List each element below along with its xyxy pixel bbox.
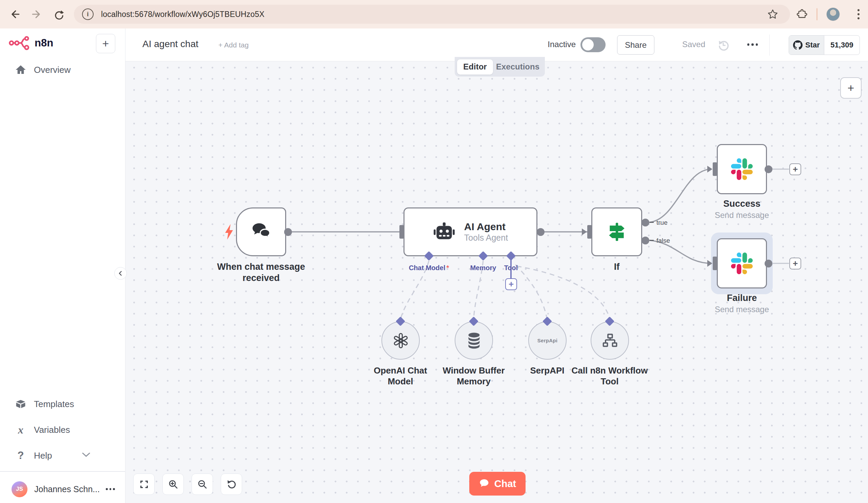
active-status-label: Inactive xyxy=(548,40,576,49)
success-output-port[interactable] xyxy=(765,165,772,173)
failure-input-port[interactable] xyxy=(713,256,717,270)
sidebar-item-label: Overview xyxy=(34,65,71,75)
reset-zoom-button[interactable] xyxy=(221,473,242,495)
browser-profile-avatar[interactable] xyxy=(826,8,840,21)
node-subtitle: Send message xyxy=(708,210,776,220)
node-label: Success xyxy=(708,198,776,209)
sub-node-label: Window Buffer Memory xyxy=(435,365,513,387)
header-divider xyxy=(769,34,770,55)
zoom-in-button[interactable] xyxy=(163,473,184,495)
chrome-menu-icon[interactable] xyxy=(852,8,865,21)
sub-node-label: Call n8n Workflow Tool xyxy=(571,365,649,387)
port-label-tool: Tool xyxy=(470,264,552,272)
node-label: If xyxy=(583,261,651,273)
user-avatar: JS xyxy=(11,481,28,497)
add-tag-button[interactable]: + Add tag xyxy=(218,41,249,49)
user-options-icon[interactable] xyxy=(106,488,115,490)
sidebar-item-templates[interactable]: Templates xyxy=(0,395,125,413)
workflow-menu-icon[interactable] xyxy=(747,43,758,46)
fit-view-button[interactable] xyxy=(133,473,155,495)
url-bar[interactable]: i localhost:5678/workflow/xWy6Oj5TBEUHzo… xyxy=(74,5,790,24)
templates-box-icon xyxy=(15,399,27,409)
agent-subtitle: Tools Agent xyxy=(464,232,508,243)
if-true-label: true xyxy=(657,219,668,227)
forward-icon[interactable] xyxy=(30,7,44,21)
agent-input-port[interactable] xyxy=(400,225,404,239)
trigger-bolt-icon xyxy=(223,223,235,242)
node-failure[interactable] xyxy=(717,238,767,289)
github-star-label: Star xyxy=(805,41,820,50)
if-false-output-port[interactable] xyxy=(641,237,649,244)
workflow-canvas[interactable]: When chat message received xyxy=(125,61,868,503)
user-name: Johannes Schn... xyxy=(34,484,100,494)
back-icon[interactable] xyxy=(8,7,22,21)
brand-name: n8n xyxy=(34,37,53,49)
add-node-button[interactable]: + xyxy=(840,77,861,98)
sidebar-item-overview[interactable]: Overview xyxy=(0,60,125,79)
sidebar-collapse-button[interactable] xyxy=(114,267,127,280)
view-tabs: Editor Executions xyxy=(455,57,545,76)
workflow-header: AI agent chat + Add tag Inactive Share S… xyxy=(125,29,868,61)
node-serpapi[interactable]: SerpApi xyxy=(528,321,567,360)
success-input-port[interactable] xyxy=(713,163,717,176)
chat-bubble-icon xyxy=(479,479,489,489)
openai-icon xyxy=(391,331,410,350)
slack-icon xyxy=(731,252,753,274)
sidebar-item-label: Variables xyxy=(34,425,70,435)
zoom-out-button[interactable] xyxy=(192,473,213,495)
tab-editor[interactable]: Editor xyxy=(457,59,493,75)
node-window-buffer-memory[interactable] xyxy=(455,321,493,360)
if-signpost-icon xyxy=(606,221,628,243)
node-call-n8n-workflow-tool[interactable] xyxy=(591,321,629,360)
sub-node-label: OpenAI Chat Model xyxy=(361,365,440,387)
sitemap-icon xyxy=(602,333,618,349)
github-star-widget[interactable]: Star 51,309 xyxy=(789,35,860,55)
agent-title: AI Agent xyxy=(464,221,508,232)
extensions-puzzle-icon[interactable] xyxy=(794,7,808,21)
user-menu[interactable]: JS Johannes Schn... xyxy=(0,479,125,499)
bookmark-star-icon[interactable] xyxy=(767,9,778,21)
github-star-count: 51,309 xyxy=(824,35,859,55)
chat-button-label: Chat xyxy=(494,478,516,490)
sidebar-item-variables[interactable]: x Variables xyxy=(0,420,125,439)
sidebar-item-label: Help xyxy=(34,450,52,461)
slack-icon xyxy=(731,158,753,180)
node-openai-chat-model[interactable] xyxy=(381,321,420,360)
active-toggle[interactable] xyxy=(580,37,606,52)
share-button[interactable]: Share xyxy=(617,35,654,55)
chat-button[interactable]: Chat xyxy=(469,472,526,495)
failure-add-node-button[interactable]: + xyxy=(789,258,801,270)
add-tool-button[interactable]: + xyxy=(505,278,517,290)
node-success[interactable] xyxy=(717,144,767,194)
if-input-port[interactable] xyxy=(587,225,592,239)
if-true-output-port[interactable] xyxy=(641,219,649,227)
database-icon xyxy=(466,332,483,349)
home-icon xyxy=(15,65,27,75)
history-icon[interactable] xyxy=(715,37,731,53)
serpapi-logo: SerpApi xyxy=(537,338,558,343)
agent-output-port[interactable] xyxy=(537,228,545,236)
sidebar-item-help[interactable]: ? Help xyxy=(0,446,125,465)
if-false-label: false xyxy=(657,237,670,244)
site-info-icon[interactable]: i xyxy=(82,9,94,20)
robot-icon xyxy=(433,222,455,242)
github-icon xyxy=(793,40,803,50)
node-ai-agent[interactable]: AI Agent Tools Agent xyxy=(403,208,537,256)
if-input-arrow xyxy=(582,229,587,235)
trigger-output-port[interactable] xyxy=(284,228,292,236)
node-when-chat-message-received[interactable] xyxy=(236,208,286,256)
n8n-logo-icon xyxy=(9,34,31,52)
help-question-icon: ? xyxy=(15,449,27,462)
node-if[interactable] xyxy=(591,208,642,256)
tab-executions[interactable]: Executions xyxy=(493,59,542,75)
success-add-node-button[interactable]: + xyxy=(789,164,801,175)
failure-output-port[interactable] xyxy=(765,260,772,268)
reload-icon[interactable] xyxy=(52,7,66,21)
url-text: localhost:5678/workflow/xWy6Oj5TBEUHzo5X xyxy=(101,10,265,19)
workflow-title[interactable]: AI agent chat xyxy=(142,39,198,50)
saved-status: Saved xyxy=(682,40,705,49)
n8n-app: n8n + Overview Templates x Variables ? xyxy=(0,29,868,503)
browser-chrome: i localhost:5678/workflow/xWy6Oj5TBEUHzo… xyxy=(0,0,868,29)
new-workflow-button[interactable]: + xyxy=(96,34,115,53)
sidebar-divider xyxy=(0,471,125,472)
